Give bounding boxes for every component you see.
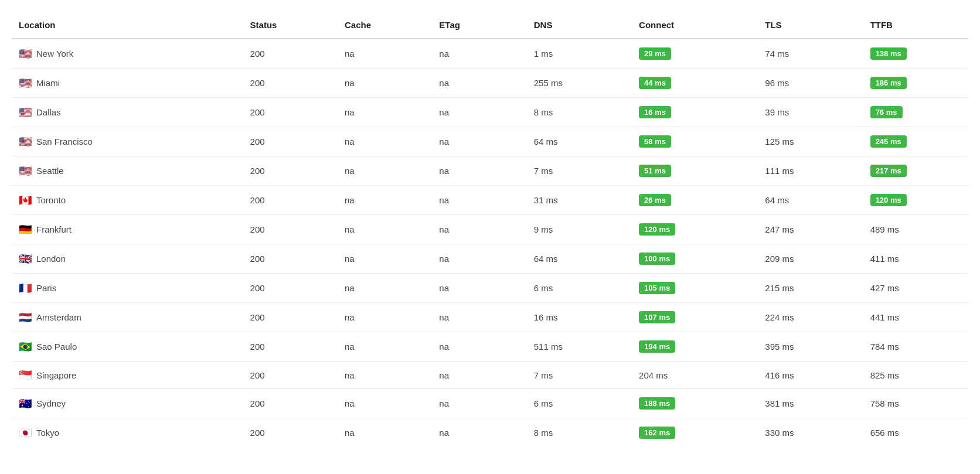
connect-badge: 107 ms bbox=[639, 311, 675, 323]
ttfb-cell: 758 ms bbox=[863, 389, 968, 418]
table-row: 🇧🇷Sao Paulo200nana511 ms194 ms395 ms784 … bbox=[12, 332, 968, 362]
tls-cell: 247 ms bbox=[758, 215, 863, 244]
ttfb-cell: 120 ms bbox=[863, 186, 968, 215]
dns-cell: 6 ms bbox=[527, 389, 632, 418]
table-row: 🇳🇱Amsterdam200nana16 ms107 ms224 ms441 m… bbox=[12, 303, 968, 332]
etag-cell: na bbox=[432, 362, 526, 389]
column-header-tls: TLS bbox=[758, 12, 863, 39]
dns-cell: 31 ms bbox=[527, 186, 632, 215]
location-cell: 🇬🇧London bbox=[12, 244, 243, 274]
status-cell: 200 bbox=[243, 389, 338, 418]
etag-cell: na bbox=[432, 98, 526, 127]
location-name: Sao Paulo bbox=[36, 342, 77, 352]
tls-cell: 209 ms bbox=[758, 244, 863, 274]
ttfb-cell: 656 ms bbox=[863, 418, 968, 448]
table-row: 🇩🇪Frankfurt200nana9 ms120 ms247 ms489 ms bbox=[12, 215, 968, 244]
flag-icon: 🇨🇦 bbox=[19, 195, 32, 206]
status-cell: 200 bbox=[243, 244, 338, 274]
status-cell: 200 bbox=[243, 69, 338, 98]
tls-cell: 74 ms bbox=[758, 39, 863, 69]
location-cell: 🇫🇷Paris bbox=[12, 274, 243, 303]
location-name: Singapore bbox=[36, 370, 76, 380]
tls-cell: 330 ms bbox=[758, 418, 863, 448]
ttfb-cell: 825 ms bbox=[863, 362, 968, 389]
etag-cell: na bbox=[432, 127, 526, 156]
etag-cell: na bbox=[432, 156, 526, 186]
location-name: Seattle bbox=[36, 166, 64, 176]
performance-table: LocationStatusCacheETagDNSConnectTLSTTFB… bbox=[12, 12, 968, 447]
status-cell: 200 bbox=[243, 303, 338, 332]
table-row: 🇺🇸Dallas200nana8 ms16 ms39 ms76 ms bbox=[12, 98, 968, 127]
ttfb-badge: 245 ms bbox=[870, 135, 907, 148]
table-row: 🇨🇦Toronto200nana31 ms26 ms64 ms120 ms bbox=[12, 186, 968, 215]
ttfb-cell: 217 ms bbox=[863, 156, 968, 186]
flag-icon: 🇬🇧 bbox=[19, 254, 32, 264]
location-cell: 🇺🇸San Francisco bbox=[12, 127, 243, 156]
tls-cell: 111 ms bbox=[758, 156, 863, 186]
location-cell: 🇺🇸Miami bbox=[12, 69, 243, 98]
tls-cell: 224 ms bbox=[758, 303, 863, 332]
column-header-ttfb: TTFB bbox=[863, 12, 968, 39]
etag-cell: na bbox=[432, 39, 526, 69]
ttfb-cell: 186 ms bbox=[863, 69, 968, 98]
flag-icon: 🇺🇸 bbox=[19, 78, 32, 88]
location-name: Frankfurt bbox=[36, 224, 72, 234]
tls-cell: 64 ms bbox=[758, 186, 863, 215]
location-cell: 🇨🇦Toronto bbox=[12, 186, 243, 215]
status-cell: 200 bbox=[243, 156, 338, 186]
etag-cell: na bbox=[432, 418, 526, 448]
cache-cell: na bbox=[338, 274, 432, 303]
etag-cell: na bbox=[432, 69, 526, 98]
cache-cell: na bbox=[338, 389, 432, 418]
cache-cell: na bbox=[338, 39, 432, 69]
tls-cell: 215 ms bbox=[758, 274, 863, 303]
location-cell: 🇺🇸Seattle bbox=[12, 156, 243, 186]
location-name: London bbox=[36, 254, 66, 264]
etag-cell: na bbox=[432, 215, 526, 244]
location-cell: 🇯🇵Tokyo bbox=[12, 418, 243, 448]
etag-cell: na bbox=[432, 186, 526, 215]
ttfb-cell: 138 ms bbox=[863, 39, 968, 69]
connect-badge: 26 ms bbox=[639, 194, 671, 206]
flag-icon: 🇳🇱 bbox=[19, 312, 32, 323]
cache-cell: na bbox=[338, 215, 432, 244]
connect-badge: 188 ms bbox=[639, 397, 675, 410]
connect-cell: 44 ms bbox=[632, 69, 758, 98]
ttfb-cell: 784 ms bbox=[863, 332, 968, 362]
flag-icon: 🇯🇵 bbox=[19, 428, 32, 438]
ttfb-badge: 186 ms bbox=[870, 77, 907, 89]
connect-badge: 162 ms bbox=[639, 427, 675, 439]
etag-cell: na bbox=[432, 303, 526, 332]
ttfb-badge: 138 ms bbox=[870, 47, 907, 60]
location-name: Tokyo bbox=[36, 428, 59, 438]
flag-icon: 🇦🇺 bbox=[19, 398, 32, 409]
cache-cell: na bbox=[338, 127, 432, 156]
connect-badge: 120 ms bbox=[639, 223, 675, 236]
status-cell: 200 bbox=[243, 186, 338, 215]
ttfb-cell: 489 ms bbox=[863, 215, 968, 244]
connect-badge: 58 ms bbox=[639, 135, 671, 148]
cache-cell: na bbox=[338, 156, 432, 186]
location-cell: 🇺🇸Dallas bbox=[12, 98, 243, 127]
status-cell: 200 bbox=[243, 127, 338, 156]
dns-cell: 8 ms bbox=[527, 98, 632, 127]
ttfb-cell: 411 ms bbox=[863, 244, 968, 274]
flag-icon: 🇺🇸 bbox=[19, 166, 32, 176]
column-header-connect: Connect bbox=[632, 12, 758, 39]
location-cell: 🇧🇷Sao Paulo bbox=[12, 332, 243, 362]
connect-cell: 162 ms bbox=[632, 418, 758, 448]
table-row: 🇺🇸San Francisco200nana64 ms58 ms125 ms24… bbox=[12, 127, 968, 156]
column-header-status: Status bbox=[243, 12, 338, 39]
tls-cell: 96 ms bbox=[758, 69, 863, 98]
ttfb-cell: 427 ms bbox=[863, 274, 968, 303]
dns-cell: 8 ms bbox=[527, 418, 632, 448]
tls-cell: 39 ms bbox=[758, 98, 863, 127]
status-cell: 200 bbox=[243, 215, 338, 244]
connect-cell: 188 ms bbox=[632, 389, 758, 418]
table-row: 🇦🇺Sydney200nana6 ms188 ms381 ms758 ms bbox=[12, 389, 968, 418]
location-name: Sydney bbox=[36, 398, 66, 408]
connect-cell: 29 ms bbox=[632, 39, 758, 69]
flag-icon: 🇫🇷 bbox=[19, 283, 32, 294]
table-row: 🇯🇵Tokyo200nana8 ms162 ms330 ms656 ms bbox=[12, 418, 968, 448]
connect-badge: 105 ms bbox=[639, 282, 675, 294]
